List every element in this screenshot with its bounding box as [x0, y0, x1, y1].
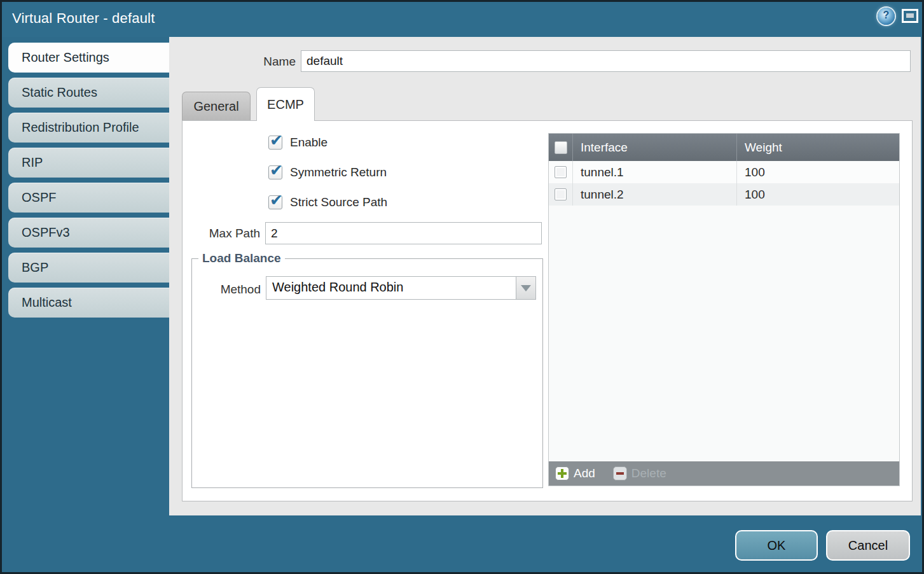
name-input[interactable]: [301, 50, 911, 72]
delete-label: Delete: [631, 466, 666, 480]
dropdown-arrow-button[interactable]: [516, 277, 535, 299]
sidebar-item-rip[interactable]: RIP: [8, 148, 169, 178]
dialog-title: Virtual Router - default: [12, 10, 155, 27]
enable-row: ✔ Enable: [268, 135, 328, 150]
minus-icon: [613, 466, 627, 480]
sidebar-item-label: OSPFv3: [22, 225, 70, 240]
sidebar-item-label: RIP: [22, 155, 43, 170]
sidebar-item-router-settings[interactable]: Router Settings: [8, 43, 169, 73]
interface-table: Interface Weight tunnel.1 100 tunnel.2 1…: [548, 133, 900, 486]
sidebar-item-static-routes[interactable]: Static Routes: [8, 78, 169, 108]
symmetric-return-row: ✔ Symmetric Return: [268, 165, 387, 180]
sidebar-item-label: BGP: [22, 260, 48, 275]
table-header: Interface Weight: [549, 134, 899, 161]
add-label: Add: [574, 466, 595, 480]
method-select-value: Weighted Round Robin: [266, 277, 516, 299]
ecmp-panel: ✔ Enable ✔ Symmetric Return ✔ Strict Sou…: [182, 120, 913, 501]
column-header-interface: Interface: [573, 134, 737, 161]
help-icon[interactable]: ?: [878, 8, 895, 25]
sidebar-item-label: Router Settings: [22, 50, 109, 65]
checkmark-icon: ✔: [270, 131, 283, 150]
sidebar-item-label: Redistribution Profile: [22, 120, 139, 135]
cell-interface: tunnel.1: [573, 161, 737, 183]
tab-ecmp[interactable]: ECMP: [256, 87, 315, 121]
table-row[interactable]: tunnel.1 100: [549, 161, 899, 183]
cell-interface: tunnel.2: [573, 183, 737, 206]
sidebar-item-ospf[interactable]: OSPF: [8, 183, 169, 213]
sidebar: Router Settings Static Routes Redistribu…: [8, 43, 169, 323]
chevron-down-icon: [521, 285, 531, 291]
sidebar-item-multicast[interactable]: Multicast: [8, 288, 169, 318]
add-button[interactable]: Add: [555, 466, 595, 480]
symmetric-return-label: Symmetric Return: [290, 165, 387, 179]
method-select[interactable]: Weighted Round Robin: [266, 276, 536, 300]
ok-button[interactable]: OK: [735, 530, 818, 561]
cancel-button[interactable]: Cancel: [826, 530, 910, 561]
plus-icon: [555, 466, 569, 480]
titlebar: Virtual Router - default ?: [2, 2, 922, 37]
table-row[interactable]: tunnel.2 100: [549, 183, 899, 206]
table-toolbar: Add Delete: [549, 461, 899, 486]
sidebar-item-bgp[interactable]: BGP: [8, 253, 169, 283]
symmetric-return-checkbox[interactable]: ✔: [268, 165, 282, 179]
name-label: Name: [219, 55, 296, 69]
max-path-label: Max Path: [184, 227, 260, 241]
row-checkbox[interactable]: [555, 166, 567, 178]
row-checkbox[interactable]: [555, 188, 567, 200]
load-balance-fieldset: Load Balance Method Weighted Round Robin: [191, 258, 543, 488]
header-checkbox-cell: [549, 134, 573, 161]
strict-source-path-label: Strict Source Path: [290, 195, 387, 209]
max-path-input[interactable]: [265, 222, 542, 244]
load-balance-legend: Load Balance: [198, 251, 285, 265]
content-area: Name General ECMP ✔ Enable ✔ Symmetric R…: [169, 37, 921, 515]
delete-button[interactable]: Delete: [613, 466, 666, 480]
window-restore-icon[interactable]: [902, 9, 918, 23]
sidebar-item-label: Multicast: [22, 295, 72, 310]
column-header-weight: Weight: [737, 134, 899, 161]
enable-checkbox[interactable]: ✔: [268, 136, 282, 150]
tab-general[interactable]: General: [182, 92, 251, 120]
cell-weight: 100: [737, 161, 899, 183]
sidebar-item-label: OSPF: [22, 190, 56, 205]
sidebar-item-redistribution-profile[interactable]: Redistribution Profile: [8, 113, 169, 143]
strict-source-path-checkbox[interactable]: ✔: [268, 195, 282, 209]
enable-label: Enable: [290, 136, 328, 150]
select-all-checkbox[interactable]: [555, 141, 567, 154]
sidebar-item-label: Static Routes: [22, 85, 97, 100]
sidebar-item-ospfv3[interactable]: OSPFv3: [8, 218, 169, 248]
checkmark-icon: ✔: [270, 161, 283, 179]
cell-weight: 100: [737, 183, 899, 206]
strict-source-path-row: ✔ Strict Source Path: [268, 195, 387, 210]
method-label: Method: [195, 283, 261, 297]
checkmark-icon: ✔: [270, 191, 283, 209]
